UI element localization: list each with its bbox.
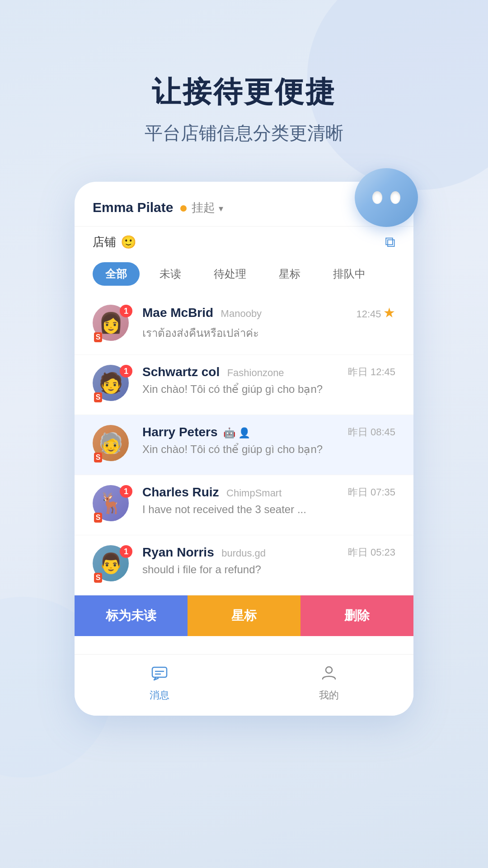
conv-store: ChimpSmart <box>226 487 282 499</box>
shopee-badge: S <box>92 571 104 584</box>
conv-content: Schwartz col Fashionzone 昨日 12:45 Xin ch… <box>142 365 395 396</box>
robot-eye-left <box>372 191 382 204</box>
unread-badge: 1 <box>120 485 132 498</box>
hero-subtitle: 平台店铺信息分类更清晰 <box>145 121 343 146</box>
avatar-wrap: 🧑 S 1 <box>93 365 132 405</box>
conv-store: Manooby <box>221 308 262 319</box>
tabs-row: 全部 未读 待处理 星标 排队中 <box>75 258 413 295</box>
nav-item-profile[interactable]: 我的 <box>244 664 413 702</box>
conv-name-row: Schwartz col Fashionzone <box>142 365 284 379</box>
conv-store: Fashionzone <box>227 367 284 378</box>
conv-name: Ryan Norris <box>142 545 214 559</box>
mark-unread-button[interactable]: 标为未读 <box>75 595 188 636</box>
unread-badge: 1 <box>120 545 132 558</box>
tab-unread[interactable]: 未读 <box>147 262 194 286</box>
conv-time: 昨日 12:45 <box>348 365 395 379</box>
conv-message: Xin chào! Tôi có thể giúp gì cho bạn? <box>142 443 359 456</box>
conv-top: Charles Ruiz ChimpSmart 昨日 07:35 <box>142 485 395 500</box>
tab-queued[interactable]: 排队中 <box>320 262 378 286</box>
messages-nav-label: 消息 <box>150 689 169 702</box>
tab-all[interactable]: 全部 <box>93 262 140 286</box>
shopee-badge: S <box>92 391 104 404</box>
conv-time: 12:45 <box>356 308 381 320</box>
user-icon: 👤 <box>238 427 250 439</box>
conv-content: Charles Ruiz ChimpSmart 昨日 07:35 I have … <box>142 485 395 516</box>
store-text: 店铺 <box>93 234 116 250</box>
messages-nav-icon <box>150 664 169 686</box>
conv-store: burdus.gd <box>221 547 266 559</box>
list-item[interactable]: 🧓 S Harry Peters 🤖 👤 <box>75 415 413 475</box>
shopee-badge: S <box>92 331 104 344</box>
avatar-wrap: 👩 S 1 <box>93 305 132 344</box>
svg-point-3 <box>326 667 332 673</box>
conv-content: Mae McBrid Manooby 12:45 ★ เราต้องส่งคืน… <box>142 305 395 342</box>
store-emoji-icon: 🙂 <box>121 235 136 250</box>
status-dot <box>180 205 187 212</box>
conv-message: เราต้องส่งคืนหรือเปล่าค่ะ <box>142 324 359 342</box>
bot-icon: 🤖 <box>223 427 235 439</box>
conv-name-row: Ryan Norris burdus.gd <box>142 545 266 560</box>
nav-item-messages[interactable]: 消息 <box>75 664 244 702</box>
store-label[interactable]: 店铺 🙂 <box>93 234 136 250</box>
avatar-wrap: 🦌 S 1 <box>93 485 132 525</box>
conv-message: should i file for a refund? <box>142 563 359 576</box>
conv-top: Ryan Norris burdus.gd 昨日 05:23 <box>142 545 395 560</box>
unread-badge: 1 <box>120 305 132 317</box>
conv-name-row: Charles Ruiz ChimpSmart <box>142 485 282 500</box>
conv-name: Harry Peters <box>142 425 218 439</box>
avatar-wrap: 👨 S 1 <box>93 545 132 585</box>
conv-message: I have not received the 3 seater ... <box>142 503 359 516</box>
shopee-badge: S <box>92 451 104 464</box>
status-indicator: 挂起 ▾ <box>180 200 223 216</box>
robot-eye-right <box>390 191 400 204</box>
bottom-nav: 消息 我的 <box>75 654 413 716</box>
phone-card: Emma Pilate 挂起 ▾ ⚡ 店铺 🙂 ⧉ 全部 未读 待处理 星标 <box>75 182 413 716</box>
status-text: 挂起 <box>192 201 215 214</box>
star-button[interactable]: 星标 <box>188 595 300 636</box>
conv-name-row: Harry Peters 🤖 👤 <box>142 425 250 439</box>
phone-wrapper: Emma Pilate 挂起 ▾ ⚡ 店铺 🙂 ⧉ 全部 未读 待处理 星标 <box>75 182 413 716</box>
delete-button[interactable]: 删除 <box>300 595 413 636</box>
list-item[interactable]: 👨 S 1 Ryan Norris burdus.gd 昨日 05:23 sh <box>75 535 413 595</box>
list-item[interactable]: 🧑 S 1 Schwartz col Fashionzone 昨日 12:45 <box>75 355 413 415</box>
hero-title: 让接待更便捷 <box>152 72 336 112</box>
conv-name-row: Mae McBrid Manooby <box>142 306 262 320</box>
shopee-badge: S <box>92 511 104 524</box>
conv-name: Mae McBrid <box>142 306 213 320</box>
conv-message: Xin chào! Tôi có thể giúp gì cho bạn? <box>142 383 359 396</box>
conv-content: Harry Peters 🤖 👤 昨日 08:45 Xin chào! Tôi … <box>142 425 395 456</box>
user-name: Emma Pilate <box>93 200 173 215</box>
tab-starred[interactable]: 星标 <box>266 262 313 286</box>
conv-name: Charles Ruiz <box>142 485 219 499</box>
chevron-down-icon[interactable]: ▾ <box>219 203 223 214</box>
conv-time: 昨日 07:35 <box>348 486 395 499</box>
conversation-list: 👩 S 1 Mae McBrid Manooby 12:45 <box>75 295 413 595</box>
tab-pending[interactable]: 待处理 <box>201 262 259 286</box>
star-icon: ★ <box>383 305 395 320</box>
spacer <box>75 636 413 654</box>
conv-content: Ryan Norris burdus.gd 昨日 05:23 should i … <box>142 545 395 576</box>
conv-time: 昨日 08:45 <box>348 425 395 439</box>
avatar-wrap: 🧓 S <box>93 425 132 465</box>
header-left: Emma Pilate 挂起 ▾ <box>93 200 223 216</box>
conv-meta: 12:45 ★ <box>356 305 395 321</box>
action-buttons: 标为未读 星标 删除 <box>75 595 413 636</box>
extra-icons: 🤖 👤 <box>223 427 250 439</box>
conv-top: Mae McBrid Manooby 12:45 ★ <box>142 305 395 321</box>
list-item[interactable]: 🦌 S 1 Charles Ruiz ChimpSmart 昨日 07:35 <box>75 475 413 535</box>
profile-nav-icon <box>320 664 338 686</box>
robot-icon <box>355 168 427 241</box>
conv-top: Schwartz col Fashionzone 昨日 12:45 <box>142 365 395 379</box>
list-item[interactable]: 👩 S 1 Mae McBrid Manooby 12:45 <box>75 295 413 355</box>
conv-time: 昨日 05:23 <box>348 546 395 559</box>
profile-nav-label: 我的 <box>319 689 339 702</box>
conv-top: Harry Peters 🤖 👤 昨日 08:45 <box>142 425 395 439</box>
unread-badge: 1 <box>120 365 132 377</box>
svg-rect-0 <box>152 667 167 677</box>
conv-name: Schwartz col <box>142 365 220 379</box>
